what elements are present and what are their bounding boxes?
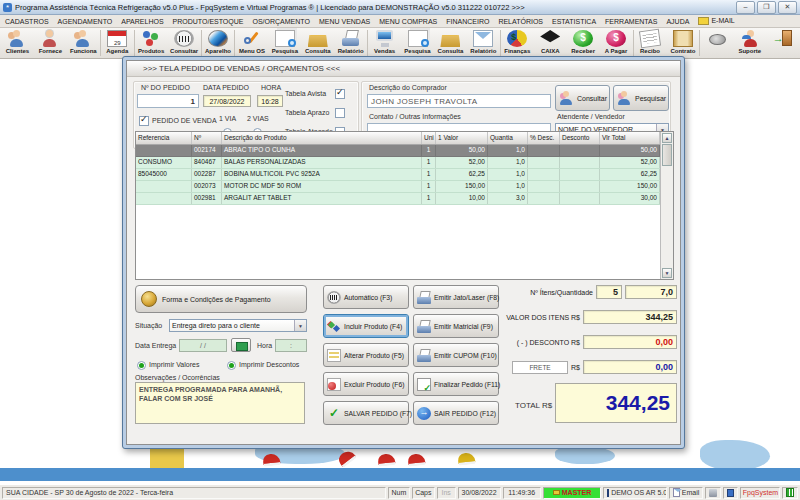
data-entrega-field[interactable]: / / [179, 339, 227, 352]
payment-conditions-button[interactable]: Forma e Condições de Pagamento [135, 285, 307, 313]
search-people-icon [617, 91, 632, 105]
toolbar-pesquisa-vendas[interactable]: Pesquisa [401, 28, 434, 58]
tabela-avista-checkbox[interactable] [335, 89, 345, 99]
toolbar-consulta-vendas[interactable]: Consulta [434, 28, 467, 58]
tabela-aprazo-checkbox[interactable] [335, 108, 345, 118]
tabela-avista-label: Tabela Avista [285, 90, 326, 97]
menu-financeiro[interactable]: FINANCEIRO [446, 18, 489, 25]
frete-button[interactable]: FRETE [512, 361, 568, 374]
table-row[interactable]: CONSUMO840467 BALAS PERSONALIZADAS1 52,0… [136, 157, 660, 169]
consultar-button[interactable]: Consultar [555, 85, 610, 111]
table-scrollbar[interactable]: ▲ ▼ [660, 132, 673, 279]
support-icon [740, 30, 760, 47]
menu-os-orcamento[interactable]: OS/ORÇAMENTO [252, 18, 309, 25]
minimize-button[interactable]: – [736, 1, 755, 14]
table-row[interactable]: 002174 ABRAC TIPO O CUNHA1 50,001,0 50,0… [136, 145, 660, 157]
restore-button[interactable]: ❐ [757, 1, 776, 14]
menu-produto-estoque[interactable]: PRODUTO/ESTOQUE [173, 18, 244, 25]
toolbar-consulta-os[interactable]: Consulta [301, 28, 334, 58]
situacao-dropdown[interactable]: Entrega direto para o cliente▼ [169, 319, 307, 332]
incluir-produto-button[interactable]: Incluir Produto (F4) [323, 314, 409, 338]
col-vlr-total[interactable]: Vlr Total [600, 132, 660, 144]
menu-agendamento[interactable]: AGENDAMENTO [58, 18, 113, 25]
imprimir-descontos-radio[interactable] [227, 361, 236, 370]
cash-register-icon [540, 30, 560, 47]
salvar-pedido-button[interactable]: ✓SALVAR PEDIDO (F7) [323, 401, 409, 425]
toolbar-relatorio-os[interactable]: Relatório [334, 28, 367, 58]
status-printer[interactable] [705, 487, 721, 499]
toolbar-financas[interactable]: Finanças [501, 28, 534, 58]
desconto-field[interactable]: 0,00 [583, 335, 677, 349]
toolbar-fornece[interactable]: Fornece [34, 28, 67, 58]
scrollbar-thumb[interactable] [662, 144, 672, 166]
products-icon [141, 30, 161, 47]
toolbar-agenda[interactable]: Agenda [101, 28, 134, 58]
menu-menu-compras[interactable]: MENU COMPRAS [379, 18, 437, 25]
menu-aparelhos[interactable]: APARELHOS [121, 18, 163, 25]
toolbar-recibo[interactable]: Recibo [634, 28, 667, 58]
toolbar-receber[interactable]: Receber [567, 28, 600, 58]
toolbar-sair[interactable] [766, 28, 799, 58]
imprimir-valores-radio[interactable] [137, 361, 146, 370]
emitir-cupom-button[interactable]: Emitir CUPOM (F10) [413, 343, 499, 367]
table-row[interactable]: 85045000002287 BOBINA MULTICOIL PVC 9252… [136, 169, 660, 181]
buyer-desc-input[interactable]: JOHN JOSEPH TRAVOLTA [367, 94, 551, 108]
scroll-up-icon[interactable]: ▲ [662, 133, 672, 143]
toolbar-menu-os[interactable]: Menu OS [235, 28, 268, 58]
valor-itens-row: VALOR DOS ITENS R$ 344,25 [501, 310, 677, 324]
sair-pedido-button[interactable]: SAIR PEDIDO (F12) [413, 401, 499, 425]
pesquisar-button[interactable]: Pesquisar [613, 85, 669, 111]
status-date: 30/08/2022 [458, 487, 501, 499]
col-quantia[interactable]: Quantia [488, 132, 528, 144]
emitir-matricial-button[interactable]: Emitir Matricial (F9) [413, 314, 499, 338]
menu-cadastros[interactable]: CADASTROS [5, 18, 49, 25]
toolbar-consultar[interactable]: Consultar [168, 28, 201, 58]
col-perc-desc[interactable]: % Desc. [528, 132, 560, 144]
toolbar-vendas[interactable]: Vendas [368, 28, 401, 58]
status-network[interactable] [723, 487, 739, 499]
calendar-picker-button[interactable] [231, 338, 251, 352]
frete-field[interactable]: 0,00 [583, 360, 677, 374]
menu-menu-vendas[interactable]: MENU VENDAS [319, 18, 370, 25]
toolbar-funciona[interactable]: Funciona [67, 28, 100, 58]
finalizar-pedido-button[interactable]: Finalizar Pedido (F11) [413, 372, 499, 396]
menu-ajuda[interactable]: AJUDA [666, 18, 689, 25]
menu-email[interactable]: E-MAIL [698, 17, 734, 25]
menu-estatistica[interactable]: ESTATISTICA [552, 18, 596, 25]
order-number-field[interactable]: 1 [137, 94, 199, 108]
toolbar-suporte[interactable]: Suporte [733, 28, 766, 58]
table-row[interactable]: 002981 ARGALIT AET TABLET1 10,003,0 30,0… [136, 193, 660, 205]
col-referencia[interactable]: Referencia [136, 132, 192, 144]
col-numero[interactable]: Nº [192, 132, 222, 144]
toolbar-caixa[interactable]: CAIXA [534, 28, 567, 58]
toolbar-relatorio-vendas[interactable]: Relatório [467, 28, 500, 58]
automatico-button[interactable]: Automático (F3) [323, 285, 409, 309]
col-descricao[interactable]: Descrição do Produto [222, 132, 422, 144]
col-uni[interactable]: Uni [422, 132, 436, 144]
table-row[interactable]: 002073 MOTOR DC MDF 50 ROM1 150,001,0 15… [136, 181, 660, 193]
menu-relatorios[interactable]: RELATÓRIOS [498, 18, 543, 25]
emitir-jato-laser-button[interactable]: Emitir Jato/Laser (F8) [413, 285, 499, 309]
pedido-venda-checkbox[interactable] [139, 116, 149, 126]
hora-entrega-field[interactable]: : [275, 339, 307, 352]
toolbar-contrato[interactable]: Contrato [666, 28, 699, 58]
excluir-produto-button[interactable]: Excluir Produto (F6) [323, 372, 409, 396]
close-button[interactable]: ✕ [778, 1, 797, 14]
archive-box-icon [308, 30, 328, 47]
status-email[interactable]: Email [669, 487, 703, 499]
col-desconto[interactable]: Desconto [560, 132, 600, 144]
toolbar-produtos[interactable]: Produtos [135, 28, 168, 58]
order-date-field[interactable]: 27/08/2022 [203, 95, 251, 107]
order-time-field[interactable]: 16:28 [257, 95, 283, 107]
menu-ferramentas[interactable]: FERRAMENTAS [605, 18, 657, 25]
toolbar-a-pagar[interactable]: A Pagar [600, 28, 633, 58]
toolbar-aparelho[interactable]: Aparelho [202, 28, 235, 58]
toolbar-moeda[interactable] [700, 28, 733, 58]
toolbar-clientes[interactable]: Clientes [1, 28, 34, 58]
scroll-down-icon[interactable]: ▼ [662, 268, 672, 278]
toolbar-pesquisa-os[interactable]: Pesquisa [268, 28, 301, 58]
alterar-produto-button[interactable]: Alterar Produto (F5) [323, 343, 409, 367]
barcode-icon [327, 291, 341, 304]
observacoes-textarea[interactable]: ENTREGA PROGRAMADA PARA AMANHÃ, FALAR CO… [135, 382, 305, 424]
col-valor[interactable]: 1 Valor [436, 132, 488, 144]
